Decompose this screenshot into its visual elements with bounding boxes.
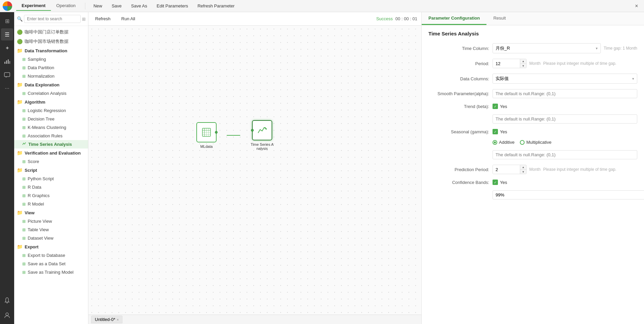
new-button[interactable]: New — [89, 2, 106, 10]
period-increment[interactable]: ▲ — [520, 59, 526, 63]
leaf-r-graphics[interactable]: ⊞ R Graphics — [14, 191, 88, 200]
prediction-period-increment[interactable]: ▲ — [520, 165, 526, 169]
edit-params-button[interactable]: Edit Parameters — [152, 2, 192, 10]
leaf-dataset-view[interactable]: ⊞ Dataset View — [14, 234, 88, 242]
leaf-python-script[interactable]: ⊞ Python Script — [14, 174, 88, 183]
tab-result[interactable]: Result — [486, 12, 512, 25]
sidebar-icon-chart[interactable] — [1, 55, 13, 68]
trend-beta-input[interactable] — [493, 114, 637, 124]
canvas-tabs: Untitled-0* × — [88, 315, 421, 324]
tab-experiment[interactable]: Experiment — [16, 1, 51, 11]
time-column-select[interactable]: 月份_R ▾ — [493, 43, 601, 53]
form-row-period: Period: ▲ ▼ Month Please input integer m… — [428, 59, 637, 68]
leaf-decision-tree[interactable]: ⊞ Decision Tree — [14, 115, 88, 123]
category-data-exploration[interactable]: 📁 Data Exploration — [14, 80, 88, 89]
dataset-coffee-orders[interactable]: 🟢 咖啡中国门店订单数据 — [14, 27, 88, 37]
sidebar-icon-user[interactable] — [1, 309, 13, 321]
smooth-param-input[interactable] — [493, 89, 637, 98]
seasonal-checkbox[interactable] — [493, 129, 498, 134]
top-tabs: Experiment Operation — [16, 1, 81, 11]
folder-icon-7: 📁 — [17, 244, 23, 249]
folder-icon-2: 📁 — [17, 82, 23, 87]
folder-icon-6: 📁 — [17, 210, 23, 215]
time-column-label: Time Column: — [428, 46, 489, 51]
leaf-score[interactable]: ⊞ Score — [14, 157, 88, 166]
save-as-button[interactable]: Save As — [127, 2, 151, 10]
period-input[interactable] — [493, 59, 520, 68]
search-input[interactable] — [24, 15, 81, 23]
leaf-time-series[interactable]: Time Series Analysis — [14, 140, 88, 148]
leaf-picture-view[interactable]: ⊞ Picture View — [14, 217, 88, 225]
seasonal-radio-additive[interactable]: Additive — [493, 140, 514, 145]
leaf-save-training-model[interactable]: ⊞ Save as Training Model — [14, 268, 88, 276]
close-button[interactable]: × — [632, 1, 641, 11]
leaf-association-rules[interactable]: ⊞ Association Rules — [14, 132, 88, 140]
leaf-r-data[interactable]: ⊞ R Data — [14, 183, 88, 191]
app-logo — [3, 1, 12, 11]
leaf-table-view[interactable]: ⊞ Table View — [14, 225, 88, 234]
refresh-param-button[interactable]: Refresh Parameter — [193, 2, 239, 10]
tab-operation[interactable]: Operation — [51, 1, 81, 11]
canvas-status: Success 00 : 00 : 01 — [376, 16, 417, 21]
tab-param-config[interactable]: Parameter Configuration — [422, 12, 486, 25]
category-verification[interactable]: 📁 Verification and Evaluation — [14, 148, 88, 157]
dataset-coffee-sales[interactable]: 🟢 咖啡中国市场销售数据 — [14, 37, 88, 46]
radio-multiplicative-icon — [520, 140, 525, 145]
leaf-export-database[interactable]: ⊞ Export to Database — [14, 251, 88, 260]
trend-checkbox[interactable] — [493, 104, 498, 109]
period-decrement[interactable]: ▼ — [520, 63, 526, 68]
leaf-icon-12: ⊞ — [22, 185, 26, 190]
confidence-select[interactable]: 99% ▾ — [493, 190, 644, 199]
canvas-tab-close[interactable]: × — [117, 318, 119, 322]
time-column-input-group: 月份_R ▾ Time gap: 1 Month — [493, 43, 637, 53]
confidence-bands-checkbox[interactable] — [493, 180, 498, 185]
leaf-kmeans[interactable]: ⊞ K-Means Clustering — [14, 123, 88, 132]
canvas-tab-untitled[interactable]: Untitled-0* × — [91, 316, 122, 323]
leaf-icon-14: ⊞ — [22, 202, 26, 207]
node-output-port[interactable] — [215, 131, 218, 134]
canvas-background[interactable]: MLdata Time — [88, 26, 421, 315]
seasonal-radio-multiplicative[interactable]: Multiplicative — [520, 140, 551, 145]
data-columns-label: Data Columns: — [428, 76, 489, 81]
data-columns-select[interactable]: 实际值 ▾ — [493, 74, 637, 84]
period-unit: Month — [529, 61, 540, 66]
save-button[interactable]: Save — [108, 2, 126, 10]
seasonal-radio-group: Additive Multiplicative — [493, 140, 637, 145]
category-view[interactable]: 📁 View — [14, 208, 88, 217]
confidence-select-row: 99% ▾ — [493, 190, 637, 199]
leaf-data-partition[interactable]: ⊞ Data Partition — [14, 63, 88, 72]
sidebar-icon-bell[interactable] — [1, 294, 13, 306]
category-algorithm[interactable]: 📁 Algorithm — [14, 98, 88, 106]
leaf-normalization[interactable]: ⊞ Normalization — [14, 72, 88, 80]
leaf-save-dataset[interactable]: ⊞ Save as a Data Set — [14, 260, 88, 268]
icon-sidebar: ⊞ ☰ ✦ ··· — [0, 12, 14, 324]
leaf-icon-19: ⊞ — [22, 262, 26, 266]
seasonal-gamma-input[interactable] — [493, 150, 637, 159]
sidebar-icon-message[interactable] — [1, 69, 13, 81]
trend-checkbox-label: Yes — [493, 104, 507, 109]
refresh-button[interactable]: Refresh — [92, 15, 113, 23]
prediction-period-decrement[interactable]: ▼ — [520, 169, 526, 174]
node-container: MLdata Time — [196, 120, 274, 151]
leaf-r-model[interactable]: ⊞ R Model — [14, 200, 88, 208]
sidebar-icon-more[interactable]: ··· — [1, 82, 13, 94]
category-export[interactable]: 📁 Export — [14, 242, 88, 251]
leaf-sampling[interactable]: ⊞ Sampling — [14, 55, 88, 63]
node-mldata-box[interactable] — [196, 122, 217, 142]
prediction-period-spinner: ▲ ▼ — [493, 165, 527, 174]
category-data-transformation[interactable]: 📁 Data Transformation — [14, 46, 88, 55]
leaf-logistic-regression[interactable]: ⊞ Logistic Regression — [14, 106, 88, 115]
node-timeseries-box[interactable] — [252, 120, 272, 140]
form-row-time-column: Time Column: 月份_R ▾ Time gap: 1 Month — [428, 43, 637, 53]
node-input-port[interactable] — [251, 129, 254, 132]
sidebar-icon-tools[interactable]: ✦ — [1, 42, 13, 54]
prediction-period-input[interactable] — [493, 165, 520, 174]
leaf-icon-18: ⊞ — [22, 253, 26, 258]
run-all-button[interactable]: Run All — [119, 15, 138, 23]
sidebar-icon-dashboard[interactable]: ⊞ — [1, 15, 13, 27]
category-script[interactable]: 📁 Script — [14, 166, 88, 174]
sidebar-icon-layers[interactable]: ☰ — [1, 28, 13, 40]
main-container: ⊞ ☰ ✦ ··· — [0, 12, 644, 324]
leaf-correlation[interactable]: ⊞ Correlation Analysis — [14, 89, 88, 98]
trend-yes-label: Yes — [500, 104, 507, 109]
